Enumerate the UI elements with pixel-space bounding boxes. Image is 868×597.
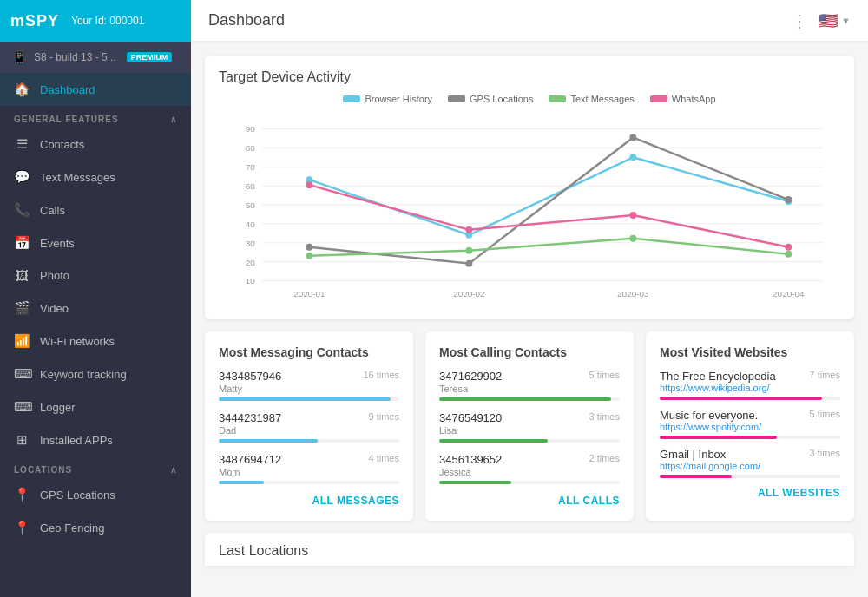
contact-number-0: 3434857946 [219, 370, 281, 383]
messaging-contact-1: 3444231987 9 times Dad [219, 411, 399, 443]
contact-number-1: 3444231987 [219, 411, 281, 424]
all-websites-link[interactable]: ALL WEBSITES [660, 487, 840, 499]
sidebar-item-video[interactable]: 🎬 Video [0, 292, 191, 325]
sidebar-item-geo-fencing[interactable]: 📍 Geo Fencing [0, 511, 191, 544]
svg-text:20: 20 [246, 258, 256, 267]
all-messages-link[interactable]: ALL MESSAGES [219, 495, 399, 507]
geo-fencing-label: Geo Fencing [40, 522, 104, 535]
language-selector[interactable]: 🇺🇸 ▼ [819, 11, 851, 30]
all-calls-link[interactable]: ALL CALLS [439, 495, 620, 507]
line-whatsapp [309, 185, 788, 247]
svg-text:10: 10 [246, 277, 256, 286]
wifi-label: Wi-Fi networks [40, 335, 115, 348]
more-options-icon[interactable]: ⋮ [791, 10, 810, 31]
call-number-2: 3456139652 [439, 453, 502, 466]
topbar-actions: ⋮ 🇺🇸 ▼ [791, 10, 851, 31]
messaging-card: Most Messaging Contacts 3434857946 16 ti… [205, 331, 413, 521]
locations-label: LOCATIONS [14, 465, 72, 475]
sidebar-item-keyword[interactable]: ⌨ Keyword tracking [0, 358, 191, 390]
sidebar-item-contacts[interactable]: ☰ Contacts [0, 128, 191, 161]
last-locations-title: Last Locations [205, 533, 854, 566]
dot-text-1 [465, 247, 472, 254]
sidebar-item-logger[interactable]: ⌨ Logger [0, 390, 191, 423]
sidebar-item-calls[interactable]: 📞 Calls [0, 194, 191, 226]
dot-text-0 [306, 253, 312, 259]
dot-text-2 [629, 235, 636, 242]
websites-card: Most Visited Websites The Free Encyclope… [646, 331, 854, 521]
call-times-0: 5 times [589, 370, 620, 383]
website-url-2[interactable]: https://mail.google.com/ [660, 461, 760, 471]
chevron-down-icon: ▼ [841, 16, 851, 26]
legend-gps: GPS Locations [448, 94, 533, 104]
calling-contact-0: 3471629902 5 times Teresa [439, 370, 620, 401]
dot-whatsapp-2 [629, 212, 636, 219]
messaging-contact-0: 3434857946 16 times Matty [219, 370, 399, 401]
call-progress-0 [439, 397, 611, 401]
dot-gps-2 [629, 134, 636, 141]
locations-header: LOCATIONS ∧ [0, 456, 191, 478]
messages-icon: 💬 [14, 169, 30, 185]
svg-text:50: 50 [246, 200, 256, 210]
website-url-1[interactable]: https://www.spotify.com/ [660, 422, 761, 432]
premium-badge: PREMIUM [127, 52, 173, 62]
chart-legend: Browser History GPS Locations Text Messa… [219, 94, 840, 104]
legend-whatsapp: WhatsApp [650, 94, 716, 104]
logger-icon: ⌨ [14, 399, 30, 415]
contact-times-2: 4 times [369, 453, 399, 466]
dot-browser-2 [629, 154, 636, 161]
website-title-1: Music for everyone. [660, 409, 761, 422]
website-times-1: 5 times [810, 409, 840, 419]
call-times-2: 2 times [589, 453, 620, 466]
sidebar-item-events[interactable]: 📅 Events [0, 226, 191, 259]
general-features-header: GENERAL FEATURES ∧ [0, 106, 191, 128]
text-messages-label: Text Messages [40, 171, 115, 184]
legend-browser: Browser History [343, 94, 432, 104]
stats-row: Most Messaging Contacts 3434857946 16 ti… [205, 331, 854, 521]
progress-1 [219, 439, 318, 443]
svg-text:70: 70 [246, 162, 256, 172]
dot-whatsapp-0 [306, 181, 312, 188]
sidebar-item-wifi[interactable]: 📶 Wi-Fi networks [0, 325, 191, 358]
device-icon: 📱 [12, 50, 27, 64]
chevron-up-icon-locations: ∧ [170, 465, 177, 475]
contact-name-2: Mom [219, 467, 399, 477]
website-item-1: Music for everyone. https://www.spotify.… [660, 409, 840, 439]
legend-gps-label: GPS Locations [470, 94, 533, 104]
calling-title: Most Calling Contacts [439, 345, 620, 359]
photo-icon: 🖼 [14, 268, 30, 283]
dot-gps-0 [306, 244, 312, 251]
device-bar: 📱 S8 - build 13 - 5... PREMIUM [0, 42, 191, 73]
main-content: Dashboard ⋮ 🇺🇸 ▼ Target Device Activity … [191, 0, 868, 597]
svg-text:40: 40 [246, 220, 256, 229]
keyword-label: Keyword tracking [40, 368, 127, 381]
legend-browser-label: Browser History [365, 94, 432, 104]
apps-icon: ⊞ [14, 432, 30, 448]
video-icon: 🎬 [14, 300, 30, 316]
website-times-0: 7 times [810, 370, 840, 380]
sidebar-item-photo[interactable]: 🖼 Photo [0, 259, 191, 292]
sidebar-item-installed-apps[interactable]: ⊞ Installed APPs [0, 423, 191, 456]
contact-name-0: Matty [219, 384, 399, 394]
sidebar-item-text-messages[interactable]: 💬 Text Messages [0, 161, 191, 194]
sidebar-item-dashboard[interactable]: 🏠 Dashboard [0, 73, 191, 106]
messaging-contact-2: 3487694712 4 times Mom [219, 453, 399, 484]
legend-whatsapp-label: WhatsApp [672, 94, 716, 104]
installed-apps-label: Installed APPs [40, 434, 113, 447]
home-icon: 🏠 [14, 82, 30, 97]
svg-text:30: 30 [246, 239, 256, 248]
call-number-0: 3471629902 [439, 370, 502, 383]
activity-chart-card: Target Device Activity Browser History G… [205, 56, 854, 319]
call-progress-2 [439, 481, 511, 484]
websites-title: Most Visited Websites [660, 345, 840, 359]
website-url-0[interactable]: https://www.wikipedia.org/ [660, 383, 776, 393]
svg-text:2020-02: 2020-02 [453, 289, 485, 298]
sidebar-item-gps[interactable]: 📍 GPS Locations [0, 478, 191, 511]
svg-text:2020-01: 2020-01 [293, 289, 326, 298]
svg-text:90: 90 [246, 124, 256, 134]
svg-text:2020-03: 2020-03 [617, 289, 649, 298]
website-item-0: The Free Encyclopedia https://www.wikipe… [660, 370, 840, 400]
events-label: Events [40, 237, 75, 250]
photo-label: Photo [40, 269, 69, 282]
geo-icon: 📍 [14, 520, 30, 535]
line-text [309, 239, 788, 256]
